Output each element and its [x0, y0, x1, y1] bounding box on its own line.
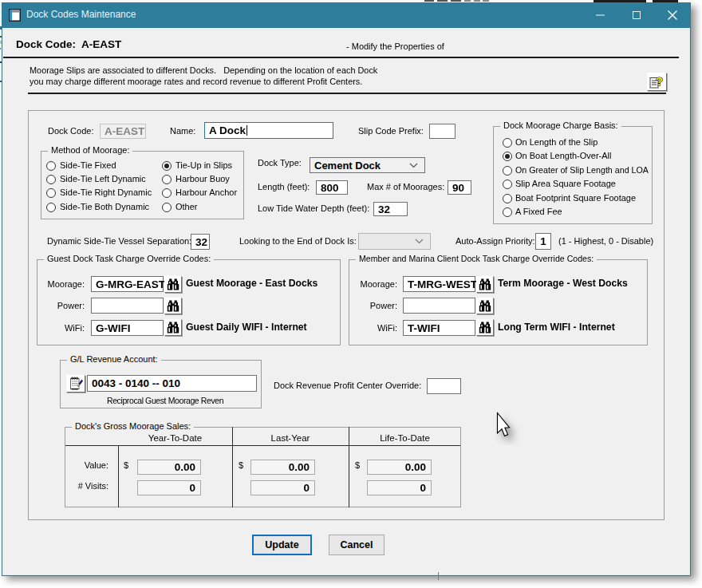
svg-text:?: ? — [656, 74, 663, 88]
